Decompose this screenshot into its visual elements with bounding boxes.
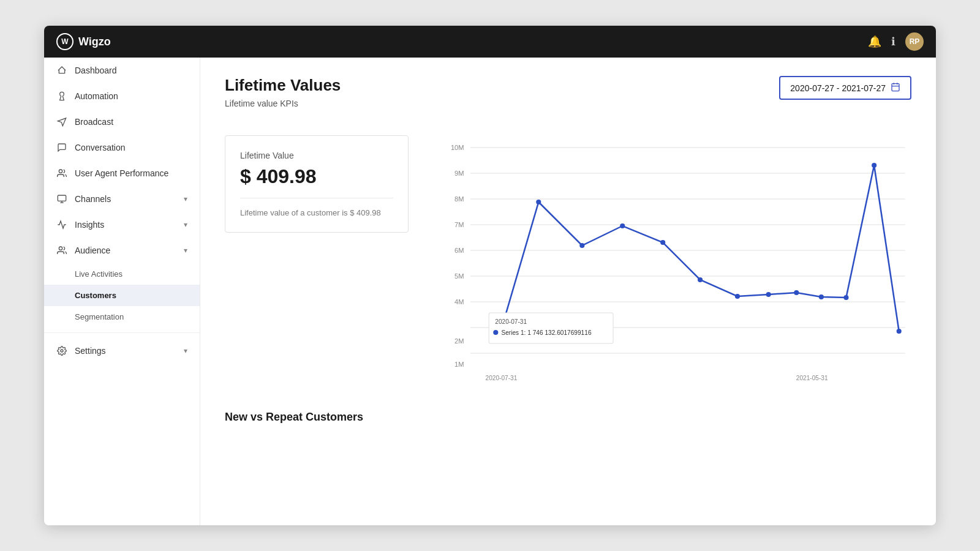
bell-icon[interactable]: 🔔 — [868, 35, 881, 48]
kpi-card: Lifetime Value $ 409.98 Lifetime value o… — [225, 135, 409, 233]
chart-point — [620, 223, 625, 228]
svg-text:2M: 2M — [454, 337, 464, 345]
chart-point — [872, 163, 876, 168]
kpi-divider — [240, 198, 393, 198]
info-icon[interactable]: ℹ — [891, 35, 895, 48]
channels-icon — [56, 193, 67, 204]
page-header: Lifetime Values Lifetime value KPIs — [225, 76, 341, 123]
audience-icon — [56, 245, 67, 256]
chevron-down-icon: ▾ — [184, 220, 187, 229]
chart-point — [536, 200, 541, 204]
svg-text:9M: 9M — [454, 170, 464, 177]
chart-svg: 10M 9M 8M 7M 6M 5M 4M 2M 1M 2020-07-31 2… — [439, 135, 911, 392]
conversation-icon — [56, 142, 67, 153]
svg-point-33 — [493, 330, 498, 335]
svg-text:2021-05-31: 2021-05-31 — [796, 375, 828, 381]
sidebar-item-settings-label: Settings — [75, 346, 106, 356]
date-range-picker[interactable]: 2020-07-27 - 2021-07-27 — [779, 76, 911, 100]
svg-text:4M: 4M — [454, 298, 464, 305]
chart-point — [843, 295, 848, 300]
sidebar-item-customers[interactable]: Customers — [44, 285, 200, 306]
chevron-down-icon: ▾ — [184, 195, 187, 203]
svg-text:6M: 6M — [454, 247, 464, 254]
chart-point — [735, 294, 740, 299]
agent-icon — [56, 168, 67, 179]
svg-text:2020-07-31: 2020-07-31 — [495, 318, 527, 325]
sidebar-item-user-agent-label: User Agent Performance — [75, 168, 168, 178]
svg-text:5M: 5M — [454, 272, 464, 280]
svg-text:Series 1: 1 746 132.6017699116: Series 1: 1 746 132.6017699116 — [501, 329, 591, 336]
page-subtitle: Lifetime value KPIs — [225, 99, 341, 108]
kpi-value: $ 409.98 — [240, 165, 393, 188]
chevron-down-icon: ▾ — [184, 347, 187, 355]
svg-rect-2 — [58, 195, 66, 201]
chart-point — [766, 292, 771, 297]
sidebar-item-insights-label: Insights — [75, 220, 104, 230]
chart-area: 10M 9M 8M 7M 6M 5M 4M 2M 1M 2020-07-31 2… — [439, 135, 911, 392]
chevron-down-icon: ▾ — [184, 246, 187, 255]
svg-text:2020-07-31: 2020-07-31 — [486, 375, 518, 381]
sidebar-item-audience-label: Audience — [75, 246, 110, 255]
kpi-description: Lifetime value of a customer is $ 409.98 — [240, 208, 393, 217]
chart-point — [819, 294, 824, 299]
avatar[interactable]: RP — [905, 32, 924, 51]
chart-point — [897, 329, 902, 334]
svg-text:10M: 10M — [451, 144, 464, 151]
logo-text: Wigzo — [78, 36, 111, 48]
svg-point-6 — [61, 350, 63, 352]
sidebar-item-user-agent[interactable]: User Agent Performance — [44, 160, 200, 186]
sidebar-item-broadcast[interactable]: Broadcast — [44, 109, 200, 135]
svg-marker-0 — [58, 118, 66, 126]
home-icon — [56, 65, 67, 76]
chart-point — [794, 290, 799, 295]
sidebar-item-conversation[interactable]: Conversation — [44, 135, 200, 160]
automation-icon — [56, 91, 67, 102]
svg-text:7M: 7M — [454, 221, 464, 228]
sidebar: Dashboard Automation Broadcast — [44, 58, 200, 525]
chart-point — [660, 240, 665, 245]
sidebar-item-audience[interactable]: Audience ▾ — [44, 238, 200, 263]
page-title: Lifetime Values — [225, 76, 341, 95]
svg-text:8M: 8M — [454, 195, 464, 203]
sidebar-item-dashboard-label: Dashboard — [75, 66, 117, 75]
sidebar-item-live-activities[interactable]: Live Activities — [75, 263, 200, 285]
app-header: W Wigzo 🔔 ℹ RP — [44, 26, 936, 58]
sidebar-item-automation-label: Automation — [75, 91, 118, 101]
sidebar-item-broadcast-label: Broadcast — [75, 117, 113, 127]
svg-rect-7 — [892, 84, 899, 91]
main-content: Lifetime Values Lifetime value KPIs 2020… — [200, 58, 936, 525]
date-range-text: 2020-07-27 - 2021-07-27 — [790, 83, 886, 93]
audience-sub-menu: Live Activities Customers Segmentation — [44, 263, 200, 328]
sidebar-item-conversation-label: Conversation — [75, 143, 126, 152]
section2-title: New vs Repeat Customers — [225, 411, 911, 424]
lifetime-value-chart: 10M 9M 8M 7M 6M 5M 4M 2M 1M 2020-07-31 2… — [439, 135, 911, 392]
sidebar-item-dashboard[interactable]: Dashboard — [44, 58, 200, 83]
header-actions: 🔔 ℹ RP — [868, 32, 924, 51]
sidebar-divider — [44, 332, 200, 333]
settings-icon — [56, 345, 67, 356]
sidebar-item-channels-label: Channels — [75, 194, 111, 204]
sidebar-item-insights[interactable]: Insights ▾ — [44, 212, 200, 238]
insights-icon — [56, 219, 67, 230]
sidebar-item-settings[interactable]: Settings ▾ — [44, 338, 200, 364]
svg-point-1 — [59, 170, 62, 173]
svg-rect-31 — [489, 313, 613, 343]
kpi-label: Lifetime Value — [240, 151, 393, 160]
kpi-chart-row: Lifetime Value $ 409.98 Lifetime value o… — [225, 135, 911, 392]
logo-icon: W — [56, 33, 74, 50]
sidebar-item-segmentation[interactable]: Segmentation — [75, 306, 200, 328]
svg-text:1M: 1M — [454, 361, 464, 368]
sidebar-item-channels[interactable]: Channels ▾ — [44, 186, 200, 212]
chart-point — [698, 277, 703, 282]
calendar-icon — [891, 82, 900, 94]
logo: W Wigzo — [56, 33, 111, 50]
sidebar-item-automation[interactable]: Automation — [44, 83, 200, 109]
broadcast-icon — [56, 116, 67, 127]
chart-point — [579, 243, 584, 248]
svg-point-5 — [59, 247, 62, 250]
